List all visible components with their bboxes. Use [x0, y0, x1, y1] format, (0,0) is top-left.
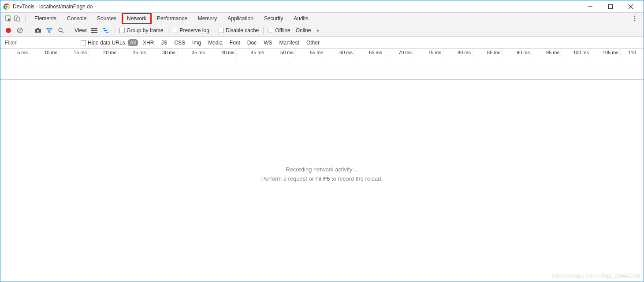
view-label: View: [74, 27, 87, 33]
network-toolbar: View: Group by frame Preserve log Disabl… [0, 24, 644, 37]
svg-rect-23 [103, 28, 105, 29]
filter-type-other[interactable]: Other [304, 39, 322, 46]
timeline-tick: 75 ms [414, 49, 443, 58]
timeline-tick: 70 ms [384, 49, 414, 58]
chevron-down-icon: ▼ [316, 29, 320, 33]
tab-performance[interactable]: Performance [152, 13, 193, 24]
svg-rect-25 [106, 32, 108, 33]
timeline-tick: 100 ms [562, 49, 591, 58]
large-rows-icon[interactable] [90, 26, 99, 35]
group-by-frame-checkbox[interactable]: Group by frame [119, 27, 163, 33]
filter-type-manifest[interactable]: Manifest [277, 39, 302, 46]
window-controls [580, 0, 641, 13]
timeline-tick: 90 ms [503, 49, 532, 58]
tab-sources[interactable]: Sources [92, 13, 122, 24]
toggle-device-toolbar-icon[interactable] [13, 13, 22, 24]
filter-type-font[interactable]: Font [227, 39, 242, 46]
filter-type-all[interactable]: All [128, 39, 138, 46]
devtools-tab-strip: Elements Console Sources Network Perform… [0, 13, 644, 24]
waterfall-overview-icon[interactable] [101, 26, 110, 35]
timeline-tick: 105 ms [591, 49, 621, 58]
disable-cache-checkbox[interactable]: Disable cache [219, 27, 259, 33]
maximize-button[interactable] [600, 0, 621, 13]
svg-rect-9 [17, 17, 19, 21]
filter-type-js[interactable]: JS [159, 39, 169, 46]
throttling-select[interactable]: Online ▼ [293, 27, 323, 33]
window-title: DevTools - localhost/mainPage.do [13, 4, 580, 10]
divider [25, 15, 26, 22]
timeline-tick: 15 ms [60, 49, 89, 58]
clear-button[interactable] [15, 26, 24, 35]
filter-type-img[interactable]: Img [190, 39, 203, 46]
capture-screenshots-icon[interactable] [34, 26, 42, 35]
hide-data-urls-checkbox[interactable]: Hide data URLs [81, 40, 125, 46]
timeline-tick: 25 ms [119, 49, 148, 58]
more-options-icon[interactable] [629, 13, 640, 24]
preserve-log-label: Preserve log [180, 27, 209, 33]
filter-type-xhr[interactable]: XHR [141, 39, 156, 46]
svg-rect-4 [609, 4, 613, 8]
timeline-tick: 110 [621, 49, 638, 58]
svg-point-10 [634, 15, 636, 17]
tab-network[interactable]: Network [122, 13, 152, 24]
divider [214, 27, 214, 34]
tab-memory[interactable]: Memory [193, 13, 222, 24]
offline-checkbox[interactable]: Offline [268, 27, 290, 33]
search-icon[interactable] [56, 26, 65, 35]
divider [29, 27, 29, 34]
watermark: https://blog.csdn.net/qq_20042935 [552, 272, 640, 279]
divider [168, 27, 168, 34]
tab-elements[interactable]: Elements [29, 13, 62, 24]
close-button[interactable] [621, 0, 641, 13]
timeline-tick: 65 ms [355, 49, 384, 58]
svg-line-19 [62, 31, 63, 33]
preserve-log-checkbox[interactable]: Preserve log [173, 27, 209, 33]
filter-type-doc[interactable]: Doc [245, 39, 259, 46]
checkbox-icon [268, 28, 273, 33]
tab-audits[interactable]: Audits [288, 13, 313, 24]
checkbox-icon [81, 40, 86, 45]
divider [115, 27, 115, 34]
svg-point-18 [59, 28, 62, 32]
filter-type-css[interactable]: CSS [172, 39, 187, 46]
svg-point-12 [634, 20, 636, 21]
chrome-icon [3, 3, 10, 10]
tab-security[interactable]: Security [259, 13, 288, 24]
group-by-frame-label: Group by frame [127, 27, 163, 33]
filter-icon[interactable] [45, 26, 54, 35]
timeline-lane-divider [0, 64, 644, 64]
divider [70, 27, 70, 34]
inspect-element-icon[interactable] [4, 13, 13, 24]
empty-state-text: Perform a request or hit [261, 175, 323, 182]
svg-rect-16 [37, 28, 39, 30]
throttling-value: Online [296, 27, 311, 33]
filter-bar: Hide data URLs All XHR JS CSS Img Media … [0, 37, 644, 49]
svg-line-14 [18, 29, 22, 32]
timeline-tick: 45 ms [237, 49, 266, 58]
title-bar: DevTools - localhost/mainPage.do [0, 0, 644, 13]
empty-state-line2: Perform a request or hit F5 to record th… [0, 175, 644, 182]
divider [263, 27, 264, 34]
minimize-button[interactable] [580, 0, 600, 13]
checkbox-icon [173, 28, 178, 33]
record-button[interactable] [4, 26, 13, 35]
svg-rect-21 [91, 30, 97, 31]
empty-state: Recording network activity… Perform a re… [0, 163, 644, 185]
timeline-tick: 50 ms [266, 49, 296, 58]
hide-data-urls-label: Hide data URLs [88, 40, 125, 46]
svg-rect-20 [91, 28, 97, 29]
timeline-tick: 95 ms [532, 49, 562, 58]
timeline-tick: 10 ms [30, 49, 60, 58]
filter-input[interactable] [2, 38, 77, 47]
timeline-tick: 5 ms [0, 49, 30, 58]
svg-rect-22 [91, 32, 97, 33]
timeline-tick: 20 ms [89, 49, 119, 58]
timeline-tick: 55 ms [296, 49, 325, 58]
empty-state-key: F5 [323, 175, 330, 182]
tab-application[interactable]: Application [222, 13, 259, 24]
filter-type-media[interactable]: Media [206, 39, 225, 46]
tab-console[interactable]: Console [62, 13, 92, 24]
timeline-tick: 40 ms [207, 49, 237, 58]
timeline-overview[interactable]: 5 ms 10 ms 15 ms 20 ms 25 ms 30 ms 35 ms… [0, 49, 644, 80]
filter-type-ws[interactable]: WS [261, 39, 274, 46]
